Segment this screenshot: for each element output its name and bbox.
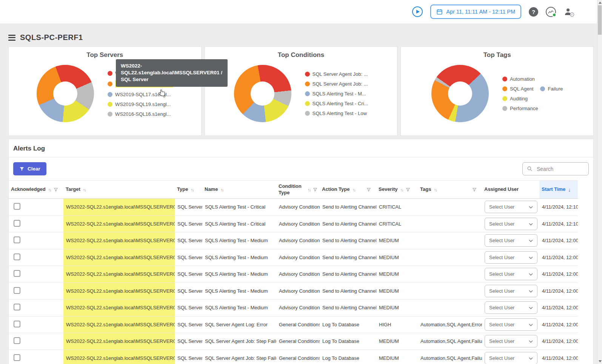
column-header-tags[interactable]: Tags↑↓ <box>418 181 482 199</box>
cell-target: WS2022-SQL22.s1englab.local\MSSQLSERVER0… <box>63 299 175 316</box>
legend-item[interactable]: SQLS Alerting Test - M... <box>305 91 366 97</box>
cell-assigned-user: Select User <box>482 316 539 333</box>
card-title: Top Conditions <box>205 51 397 59</box>
assigned-user-select[interactable]: Select User <box>485 201 537 213</box>
column-header-target[interactable]: Target↑↓ <box>63 181 175 199</box>
user-account-icon[interactable]: ✓ <box>564 7 573 16</box>
assigned-user-select[interactable]: Select User <box>485 285 537 297</box>
cell-type: SQL Server <box>175 199 202 216</box>
legend-item[interactable]: Auditing <box>502 96 528 101</box>
date-range-button[interactable]: Apr 11, 11:11 AM - 12:11 PM <box>430 5 521 19</box>
sort-icon[interactable]: ↑↓ <box>308 187 310 192</box>
alerts-table: Acknowledged↑↓Target↑↓Type↑↓Name↑↓Condit… <box>9 180 578 364</box>
help-glyph: ? <box>532 9 535 15</box>
calendar-icon <box>436 9 443 15</box>
column-header-action-type[interactable]: Action Type↑↓ <box>320 181 376 199</box>
cell-condition-type: Advisory Conditions <box>276 299 320 316</box>
assigned-user-select[interactable]: Select User <box>485 301 537 314</box>
acknowledge-checkbox[interactable] <box>14 337 20 344</box>
cell-tags <box>418 266 482 283</box>
legend-dot <box>108 81 112 86</box>
acknowledge-checkbox[interactable] <box>14 237 20 243</box>
cell-name: SQLS Alerting Test - Medium <box>202 249 276 266</box>
acknowledge-checkbox[interactable] <box>14 287 20 294</box>
column-header-acknowledged[interactable]: Acknowledged↑↓ <box>9 181 63 199</box>
cell-condition-type: Advisory Conditions <box>276 215 320 232</box>
column-header-name[interactable]: Name↑↓ <box>202 181 276 199</box>
cell-type: SQL Server <box>175 350 202 364</box>
filter-icon[interactable] <box>366 187 371 192</box>
sort-icon[interactable]: ↓ <box>568 187 571 193</box>
health-status-icon[interactable] <box>546 7 556 17</box>
assigned-user-select[interactable]: Select User <box>485 318 537 331</box>
alerts-panel: Alerts Log Clear Acknowledged↑↓Target↑↓T… <box>8 139 594 364</box>
scrollbar-thumb[interactable] <box>598 5 602 35</box>
legend-item[interactable]: SQL Server Agent Job: ... <box>305 71 368 77</box>
legend-item[interactable]: SQL Agent <box>502 86 533 92</box>
legend-item[interactable]: SQLS Alerting Test - Low <box>305 111 367 116</box>
column-header-condition-type[interactable]: Condition Type↑↓ <box>276 181 320 199</box>
search-box <box>522 162 589 175</box>
donut-chart[interactable] <box>37 65 94 122</box>
legend-dot <box>305 72 310 77</box>
cell-target: WS2022-SQL22.s1englab.local\MSSQLSERVER0… <box>63 215 175 232</box>
alerts-table-body: WS2022-SQL22.s1englab.local\MSSQLSERVER0… <box>9 199 578 364</box>
sort-icon[interactable]: ↑↓ <box>400 187 403 192</box>
scrollbar-up-arrow[interactable] <box>599 2 602 4</box>
menu-icon[interactable] <box>8 35 15 41</box>
cell-name: SQL Server Agent Log: Error <box>202 316 276 333</box>
filter-icon[interactable] <box>472 187 477 192</box>
vertical-scrollbar[interactable] <box>597 0 602 364</box>
assigned-user-select[interactable]: Select User <box>485 218 537 230</box>
legend-item[interactable]: WS2019-SQL19.s1engl... <box>108 101 171 107</box>
acknowledge-checkbox[interactable] <box>14 270 20 277</box>
acknowledge-checkbox[interactable] <box>14 304 20 310</box>
cell-type: SQL Server <box>175 316 202 333</box>
play-button[interactable] <box>412 6 423 17</box>
legend-item[interactable]: Failure <box>540 86 563 92</box>
cards-row: Top ServersWSWS2022-SQL22.s1engl...WS201… <box>8 46 594 136</box>
filter-icon[interactable] <box>54 187 58 192</box>
cell-tags: Automation,SQL Agent,Failure <box>418 350 482 364</box>
cell-severity: MEDIUM <box>376 283 418 299</box>
table-row: WS2022-SQL22.s1englab.local\MSSQLSERVER0… <box>9 215 578 232</box>
search-input[interactable] <box>536 166 584 172</box>
donut-chart[interactable] <box>431 65 489 122</box>
legend-item[interactable]: SQLS Alerting Test - Cri... <box>305 101 368 106</box>
legend-item[interactable]: WS2016-SQL16.s1engl... <box>108 111 171 117</box>
column-header-assigned-user[interactable]: Assigned User <box>482 181 539 199</box>
assigned-user-select[interactable]: Select User <box>485 352 537 364</box>
sort-icon[interactable]: ↑↓ <box>191 187 193 192</box>
column-header-start-time[interactable]: Start Time↓ <box>539 181 578 199</box>
cell-type: SQL Server <box>175 299 202 316</box>
assigned-user-select[interactable]: Select User <box>485 268 537 280</box>
cell-start-time: 4/11/2024, 12:00 <box>539 299 578 316</box>
legend-item[interactable]: Performance <box>502 106 538 111</box>
help-icon[interactable]: ? <box>529 7 538 17</box>
filter-icon[interactable] <box>313 187 317 192</box>
clear-filter-button[interactable]: Clear <box>13 162 46 175</box>
assigned-user-select[interactable]: Select User <box>485 251 537 264</box>
acknowledge-checkbox[interactable] <box>14 220 20 227</box>
sort-icon[interactable]: ↑↓ <box>220 187 223 192</box>
cell-tags: Automation,SQL Agent,Error <box>418 316 482 333</box>
sort-icon[interactable]: ↑↓ <box>48 187 51 192</box>
column-label: Name <box>205 186 218 192</box>
acknowledge-checkbox[interactable] <box>14 203 20 210</box>
assigned-user-select[interactable]: Select User <box>485 234 537 247</box>
filter-icon[interactable] <box>406 187 410 192</box>
card-title: Top Tags <box>401 51 593 59</box>
scrollbar-down-arrow[interactable] <box>599 360 602 362</box>
sort-icon[interactable]: ↑↓ <box>83 187 86 192</box>
acknowledge-checkbox[interactable] <box>14 354 20 361</box>
acknowledge-checkbox[interactable] <box>14 253 20 260</box>
column-header-severity[interactable]: Severity↑↓ <box>376 181 418 199</box>
legend-item[interactable]: Automation <box>502 76 535 82</box>
sort-icon[interactable]: ↑↓ <box>352 187 355 192</box>
donut-chart[interactable] <box>234 65 291 122</box>
assigned-user-select[interactable]: Select User <box>485 335 537 347</box>
sort-icon[interactable]: ↑↓ <box>434 187 436 192</box>
legend-item[interactable]: SQL Server Agent Job: ... <box>305 81 368 87</box>
acknowledge-checkbox[interactable] <box>14 321 20 327</box>
column-header-type[interactable]: Type↑↓ <box>175 181 202 199</box>
